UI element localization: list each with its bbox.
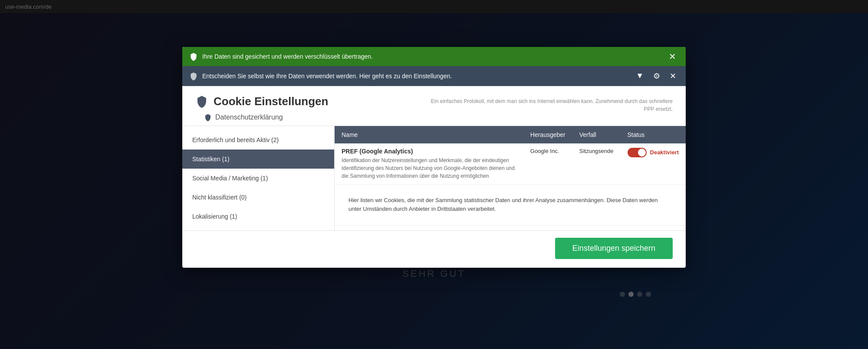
banner-gear-button[interactable]: ⚙ (651, 70, 663, 82)
status-label: Deaktiviert (650, 149, 679, 156)
col-name: Name (335, 126, 523, 143)
banner-green-left: Ihre Daten sind gesichert und werden ver… (189, 52, 373, 61)
toggle-thumb (638, 149, 646, 156)
info-row: Hier listen wir Cookies, die mit der Sam… (335, 184, 686, 226)
settings-banner: Entscheiden Sie selbst wie Ihre Daten ve… (182, 66, 686, 86)
cookie-content-area: Name Herausgeber Verfall Status PREF (Go… (334, 126, 686, 230)
toggle-track (628, 148, 647, 157)
banner-green-text: Ihre Daten sind gesichert und werden ver… (202, 53, 373, 60)
modal-header: Cookie Einstellungen Datenschutzerklärun… (182, 86, 686, 126)
cookie-description: Identifikation der Nutzereinstellungen u… (342, 156, 516, 180)
modal-overlay: Ihre Daten sind gesichert und werden ver… (0, 0, 868, 349)
sidebar-item-unclassified[interactable]: Nicht klassifiziert (0) (182, 188, 334, 207)
cookie-category-sidebar: Erforderlich und bereits Aktiv (2) Stati… (182, 126, 334, 230)
privacy-label: Datenschutzerklärung (215, 113, 283, 121)
banner-dark-close-button[interactable]: ✕ (667, 70, 679, 82)
sidebar-item-required[interactable]: Erforderlich und bereits Aktiv (2) (182, 130, 334, 150)
col-expiry: Verfall (572, 126, 621, 143)
info-text-cell: Hier listen wir Cookies, die mit der Sam… (335, 184, 686, 226)
shield-secure-icon (189, 52, 198, 61)
cookie-name-cell: PREF (Google Analytics) Identifikation d… (335, 143, 523, 185)
secure-banner: Ihre Daten sind gesichert und werden ver… (182, 47, 686, 66)
cookie-status-cell: Deaktiviert (621, 143, 686, 185)
modal-footer: Einstellungen speichern (182, 230, 686, 268)
info-text: Hier listen wir Cookies, die mit der Sam… (342, 189, 679, 221)
cookie-toggle[interactable] (628, 148, 647, 157)
cookie-publisher: Google Inc. (523, 143, 572, 185)
privacy-shield-icon (204, 113, 212, 121)
cookie-expiry: Sitzungsende (572, 143, 621, 185)
modal-title: Cookie Einstellungen (214, 95, 328, 108)
modal-privacy-row: Datenschutzerklärung (204, 113, 328, 121)
save-settings-button[interactable]: Einstellungen speichern (555, 238, 673, 259)
cookie-table: Name Herausgeber Verfall Status PREF (Go… (335, 126, 686, 226)
sidebar-item-social-media[interactable]: Social Media / Marketing (1) (182, 169, 334, 188)
banner-dark-text: Entscheiden Sie selbst wie Ihre Daten ve… (202, 73, 452, 80)
table-row: PREF (Google Analytics) Identifikation d… (335, 143, 686, 185)
cookie-name: PREF (Google Analytics) (342, 148, 516, 155)
banner-dark-controls: ▼ ⚙ ✕ (633, 70, 679, 82)
consent-modal: Ihre Daten sind gesichert und werden ver… (182, 47, 686, 268)
modal-body: Erforderlich und bereits Aktiv (2) Stati… (182, 126, 686, 230)
sidebar-item-statistics[interactable]: Statistiken (1) (182, 150, 334, 169)
cookie-shield-icon (195, 95, 208, 108)
table-header-row: Name Herausgeber Verfall Status (335, 126, 686, 143)
shield-settings-icon (189, 72, 198, 80)
col-publisher: Herausgeber (523, 126, 572, 143)
modal-header-left: Cookie Einstellungen Datenschutzerklärun… (195, 95, 328, 121)
modal-header-description: Ein einfaches Protokoll, mit dem man sic… (421, 95, 673, 113)
col-status: Status (621, 126, 686, 143)
banner-chevron-button[interactable]: ▼ (633, 70, 646, 81)
banner-green-close-button[interactable]: ✕ (666, 51, 679, 62)
modal-title-row: Cookie Einstellungen (195, 95, 328, 108)
sidebar-item-localization[interactable]: Lokalisierung (1) (182, 207, 334, 226)
status-cell: Deaktiviert (628, 148, 679, 157)
banner-dark-left: Entscheiden Sie selbst wie Ihre Daten ve… (189, 72, 452, 80)
